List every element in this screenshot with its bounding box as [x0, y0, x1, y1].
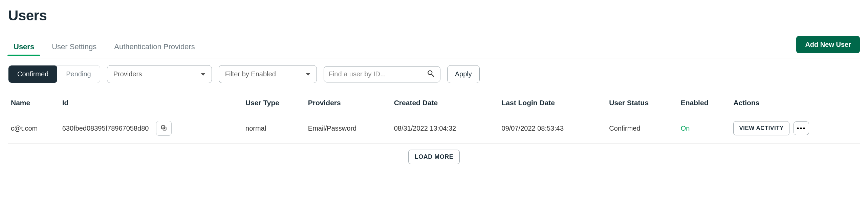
status-segment: Confirmed Pending: [8, 65, 100, 83]
col-id: Id: [60, 93, 243, 113]
cell-name: c@t.com: [8, 113, 60, 144]
cell-user-type: normal: [243, 113, 305, 144]
page-title: Users: [8, 7, 860, 24]
more-actions-button[interactable]: •••: [794, 121, 809, 135]
providers-select[interactable]: Providers: [107, 65, 212, 83]
table-header-row: Name Id User Type Providers Created Date…: [8, 93, 860, 113]
col-last-login: Last Login Date: [499, 93, 607, 113]
col-name: Name: [8, 93, 60, 113]
enabled-select-label: Filter by Enabled: [225, 70, 276, 78]
col-actions: Actions: [731, 93, 860, 113]
users-table: Name Id User Type Providers Created Date…: [8, 93, 860, 144]
segment-confirmed[interactable]: Confirmed: [8, 65, 57, 83]
chevron-down-icon: [201, 73, 205, 76]
tab-auth-providers[interactable]: Authentication Providers: [113, 38, 195, 56]
tabs: Users User Settings Authentication Provi…: [8, 38, 196, 56]
search-field[interactable]: [324, 66, 440, 82]
ellipsis-icon: •••: [797, 125, 806, 132]
cell-created: 08/31/2022 13:04:32: [391, 113, 499, 144]
table-row: c@t.com 630fbed08395f78967058d80 normal …: [8, 113, 860, 144]
enabled-select[interactable]: Filter by Enabled: [219, 65, 317, 83]
tab-user-settings[interactable]: User Settings: [51, 38, 97, 56]
chevron-down-icon: [306, 73, 310, 76]
search-icon: [427, 69, 435, 79]
col-created: Created Date: [391, 93, 499, 113]
copy-id-button[interactable]: [156, 121, 172, 136]
search-input[interactable]: [329, 70, 427, 78]
cell-enabled: On: [678, 113, 731, 144]
cell-id: 630fbed08395f78967058d80: [60, 113, 243, 144]
segment-pending[interactable]: Pending: [57, 65, 100, 83]
copy-icon: [160, 125, 167, 132]
providers-select-label: Providers: [113, 70, 142, 78]
col-user-type: User Type: [243, 93, 305, 113]
cell-providers: Email/Password: [305, 113, 391, 144]
add-user-button[interactable]: Add New User: [796, 36, 860, 53]
cell-actions: VIEW ACTIVITY •••: [731, 113, 860, 144]
col-enabled: Enabled: [678, 93, 731, 113]
tab-users[interactable]: Users: [13, 38, 35, 56]
view-activity-button[interactable]: VIEW ACTIVITY: [733, 121, 789, 135]
col-status: User Status: [606, 93, 678, 113]
col-providers: Providers: [305, 93, 391, 113]
cell-id-text: 630fbed08395f78967058d80: [62, 125, 149, 132]
cell-status: Confirmed: [606, 113, 678, 144]
apply-button[interactable]: Apply: [447, 65, 480, 83]
load-more-button[interactable]: LOAD MORE: [408, 150, 460, 164]
cell-last-login: 09/07/2022 08:53:43: [499, 113, 607, 144]
